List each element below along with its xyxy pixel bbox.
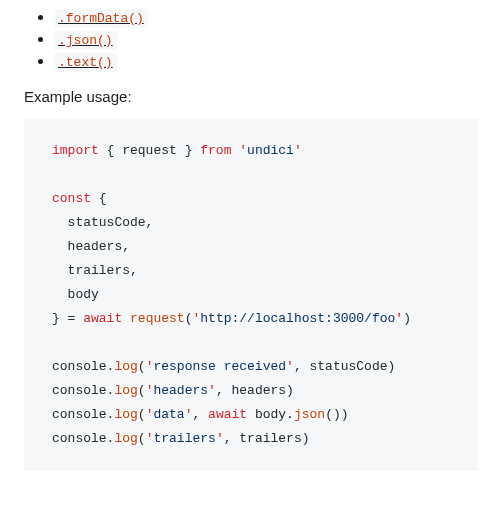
code-inline: .json() (54, 31, 117, 50)
code-inline: .formData() (54, 9, 148, 28)
code-inline: .text() (54, 53, 117, 72)
link-json[interactable]: .json() (54, 30, 117, 47)
list-item: .formData() (54, 8, 478, 26)
link-formdata[interactable]: .formData() (54, 8, 148, 25)
link-text[interactable]: .text() (54, 52, 117, 69)
example-usage-label: Example usage: (24, 88, 478, 105)
list-item: .text() (54, 52, 478, 70)
list-item: .json() (54, 30, 478, 48)
code-example: import { request } from 'undici' const {… (24, 119, 478, 471)
doc-content: .formData() .json() .text() Example usag… (0, 0, 502, 471)
api-method-list: .formData() .json() .text() (24, 8, 478, 70)
